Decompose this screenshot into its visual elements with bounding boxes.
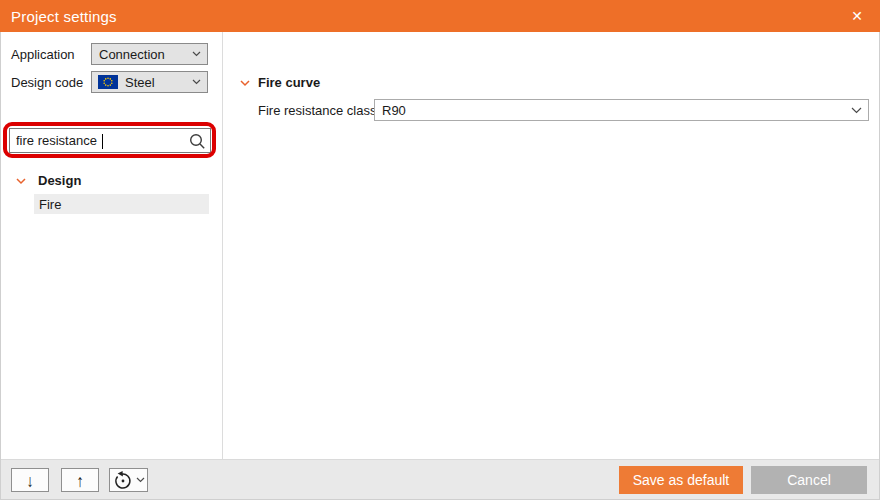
move-up-button[interactable]: ↑ [61, 468, 99, 492]
design-code-select-value: Steel [125, 75, 192, 90]
application-select[interactable]: Connection [91, 43, 208, 65]
application-label: Application [11, 47, 75, 62]
cancel-button[interactable]: Cancel [751, 466, 867, 494]
close-icon[interactable]: ✕ [834, 0, 880, 32]
tree-group-design[interactable]: Design [1, 172, 223, 192]
rotate-ccw-icon [113, 470, 133, 490]
chevron-down-icon [192, 79, 201, 85]
fire-resistance-class-value: R90 [375, 103, 851, 118]
search-icon [188, 132, 207, 151]
reset-defaults-button[interactable] [109, 468, 148, 492]
design-code-label: Design code [11, 75, 83, 90]
chevron-down-icon [136, 477, 145, 483]
titlebar[interactable]: Project settings ✕ [0, 0, 880, 32]
search-input[interactable] [9, 128, 211, 153]
text-caret [102, 134, 103, 149]
main-panel: Fire curve Fire resistance class R90 [224, 32, 879, 461]
tree-item-label: Fire [34, 197, 61, 212]
chevron-down-icon [16, 178, 26, 185]
fire-resistance-class-label: Fire resistance class [258, 103, 376, 118]
move-down-button[interactable]: ↓ [11, 468, 49, 492]
application-select-value: Connection [92, 47, 192, 62]
save-as-default-button[interactable]: Save as default [619, 466, 743, 494]
section-title: Fire curve [258, 75, 320, 90]
sidebar: Application Connection Design code [1, 32, 223, 461]
arrow-down-icon: ↓ [26, 471, 34, 488]
chevron-down-icon [192, 51, 201, 57]
chevron-down-icon [240, 80, 250, 87]
design-code-select[interactable]: Steel [91, 71, 208, 93]
project-settings-dialog: Project settings ✕ Application Connectio… [0, 0, 880, 500]
tree-item-fire[interactable]: Fire [34, 194, 209, 214]
section-header-fire-curve[interactable]: Fire curve [224, 74, 879, 94]
search-input-field[interactable] [10, 133, 178, 148]
window-title: Project settings [0, 8, 117, 25]
tree-group-label: Design [38, 173, 81, 188]
eu-flag-icon [98, 75, 118, 89]
footer-bar: ↓ ↑ Save as default Cancel [1, 459, 879, 499]
fire-resistance-class-select[interactable]: R90 [374, 99, 869, 121]
arrow-up-icon: ↑ [76, 471, 84, 488]
chevron-down-icon [851, 107, 862, 114]
